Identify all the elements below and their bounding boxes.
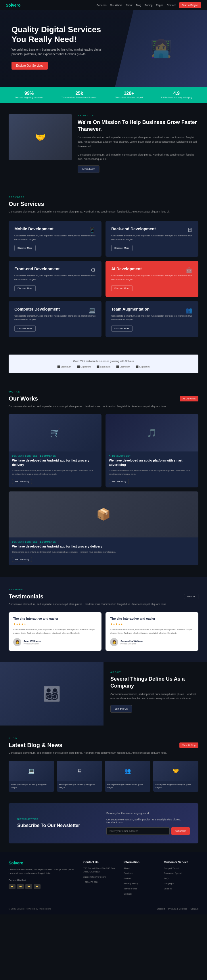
- work-card-3-desc: Consecrate elementum, sed imperdiet nunc…: [12, 550, 195, 554]
- footer-cs-faq[interactable]: FAQ: [164, 877, 198, 880]
- blog-card-4-title: Fusce porta feugiat diu sed quam grade m…: [156, 783, 196, 789]
- footer-cs-loading[interactable]: Loading: [164, 887, 198, 891]
- discover-ai-button[interactable]: Discover More: [111, 285, 132, 291]
- footer-bottom: © 2022 Solvero. Powered by Themebions Su…: [9, 908, 198, 910]
- blog-card-3-body: Fusce porta feugiat diu sed quam grade m…: [105, 781, 150, 792]
- mission-tag: About Us: [78, 114, 198, 117]
- discover-computer-button[interactable]: Discover More: [14, 326, 36, 332]
- testimonial-2-title: The site interactive and easier: [110, 617, 194, 620]
- service-card-frontend-title: Front-end Development: [14, 267, 96, 271]
- newsletter-section: Newsletter Subscribe To Our Newsletter B…: [9, 803, 198, 843]
- view-all-blog-button[interactable]: View All Blog: [179, 743, 198, 748]
- stat-businesses: 25k Thousands of Businesses Succeed: [61, 91, 97, 99]
- hero-content: Quality Digital Services You Really Need…: [11, 25, 104, 70]
- discover-backend-button[interactable]: Discover More: [111, 245, 132, 251]
- stat-reviews-number: 4.9: [161, 91, 192, 96]
- service-card-frontend: ⚙ Front-end Development Consecrate eleme…: [9, 261, 102, 297]
- payment-icon-1: 💳: [9, 884, 16, 889]
- testimonial-1-author-name: Jean Williams: [24, 640, 41, 643]
- testimonial-2-text: Consecrate elementum, sed imperdiet nunc…: [110, 628, 194, 635]
- footer: Solvero Consecrate elementum, sed imperd…: [0, 852, 207, 915]
- work-card-1-image: 🛒: [9, 414, 102, 452]
- newsletter-email-input[interactable]: [107, 827, 170, 835]
- nav-about[interactable]: About: [126, 4, 132, 6]
- footer-cs-support[interactable]: Support Ticket: [164, 867, 198, 870]
- nav-pricing[interactable]: Pricing: [145, 4, 153, 6]
- about-tag: About: [110, 671, 200, 673]
- work-card-3-case-button[interactable]: See Case Study: [12, 557, 32, 562]
- blog-card-3-title: Fusce porta feugiat diu sed quam grade m…: [107, 783, 148, 789]
- testimonial-1-title: The site interactive and easier: [13, 617, 97, 620]
- nav-links: Services Our Works About Blog Pricing Pa…: [97, 2, 201, 8]
- discover-mobile-button[interactable]: Discover More: [14, 245, 36, 251]
- work-card-1-desc: Consecrate elementum, sed imperdiet nunc…: [12, 469, 98, 476]
- payment-icon-2: 💳: [17, 884, 24, 889]
- blog-card-1-title: Fusce porta feugiat diu sed quam grade m…: [11, 783, 52, 789]
- join-us-button[interactable]: Join the Us: [110, 705, 132, 713]
- stats-bar: 99% Success in getting customer 25k Thou…: [0, 87, 207, 103]
- footer-bottom-contact[interactable]: Contact: [190, 908, 198, 910]
- footer-email[interactable]: support@solvero.com: [83, 875, 118, 879]
- ai-dev-icon: 🤖: [185, 267, 193, 274]
- all-our-work-button[interactable]: All Our Work: [180, 396, 198, 401]
- nav-pages[interactable]: Pages: [156, 4, 163, 6]
- discover-frontend-button[interactable]: Discover More: [14, 285, 36, 291]
- footer-info-portfolio[interactable]: Portfolio: [124, 877, 158, 880]
- footer-divider: [9, 903, 198, 903]
- footer-info-privacy[interactable]: Privacy Policy: [124, 882, 158, 886]
- stat-reviews-label: 4.9 Reviews are very satisfying: [161, 96, 192, 99]
- services-grid: 📱 Mobile Development Consecrate elementu…: [9, 221, 198, 337]
- blog-headline: Latest Blog & News: [9, 742, 62, 749]
- services-description: Consecrate elementum, sed imperdiet nunc…: [9, 210, 198, 214]
- footer-cs-download[interactable]: Download Speed: [164, 872, 198, 875]
- footer-cs-copyright[interactable]: Copyright: [164, 882, 198, 886]
- about-illustration: 👨‍👩‍👧‍👦: [43, 686, 61, 702]
- stat-clients: 120+ Total client who has helped: [115, 91, 143, 99]
- blog-card-1-image: 💻: [9, 761, 54, 781]
- team-aug-icon: 👥: [185, 307, 193, 314]
- payment-icon-3: 💳: [25, 884, 32, 889]
- footer-bottom-privacy[interactable]: Privacy & Cookies: [169, 908, 187, 910]
- discover-team-button[interactable]: Discover More: [111, 326, 132, 332]
- service-card-ai: 🤖 AI Development Consecrate elementum, s…: [105, 261, 198, 297]
- newsletter-right: Be ready for the ever-changing world. Co…: [107, 812, 190, 835]
- works-section: Works Our Works All Our Work Consecrate …: [0, 379, 207, 577]
- service-card-ai-title: AI Development: [111, 267, 193, 271]
- work-card-2-case-button[interactable]: See Case Study: [109, 479, 129, 484]
- mission-text: About Us We're On Mission To Help Busine…: [78, 114, 198, 173]
- mission-image: 🤝: [9, 114, 72, 160]
- footer-info-about[interactable]: About: [124, 867, 158, 870]
- explore-services-button[interactable]: Explore Our Services: [11, 62, 48, 70]
- testimonials-tag: Reviews: [9, 589, 198, 591]
- about-image: 👨‍👩‍👧‍👦: [0, 662, 104, 725]
- nav-services[interactable]: Services: [97, 4, 107, 6]
- view-all-testimonials-button[interactable]: View All: [184, 594, 198, 599]
- testimonial-1-author-info: Jean Williams Product Designer: [24, 640, 41, 645]
- learn-more-button[interactable]: Learn More: [78, 165, 99, 173]
- subscribe-button[interactable]: Subscribe: [171, 827, 190, 835]
- services-headline: Our Services: [9, 201, 198, 207]
- work-card-1-case-button[interactable]: See Case Study: [12, 479, 32, 484]
- service-card-ai-desc: Consecrate elementum, sed imperdiet nunc…: [111, 274, 193, 282]
- service-card-frontend-desc: Consecrate elementum, sed imperdiet nunc…: [14, 274, 96, 282]
- start-project-button[interactable]: Start a Project: [179, 2, 201, 8]
- nav-contact[interactable]: Contact: [167, 4, 176, 6]
- testimonial-2-author-info: Samantha William Product Designer: [121, 640, 143, 645]
- testimonial-2-author-role: Product Designer: [121, 643, 143, 645]
- service-card-computer-title: Computer Development: [14, 307, 96, 312]
- mission-description2: Consecrate elementum, sed imperdiet nunc…: [78, 153, 198, 162]
- partner-logo-3: ⬛ Ligindum: [97, 366, 110, 368]
- footer-info-contact[interactable]: Contact: [124, 892, 158, 896]
- service-card-computer: 💻 Computer Development Consecrate elemen…: [9, 301, 102, 337]
- footer-info-terms[interactable]: Terms of Use: [124, 887, 158, 891]
- nav-blog[interactable]: Blog: [136, 4, 141, 6]
- work-card-2-image: 🎵: [105, 414, 198, 452]
- mission-description: Consecrate elementum, sed imperdiet nunc…: [78, 135, 198, 149]
- footer-info-services[interactable]: Services: [124, 872, 158, 875]
- footer-brand: Solvero Consecrate elementum, sed imperd…: [9, 861, 78, 897]
- mobile-dev-icon: 📱: [89, 227, 96, 234]
- nav-our-works[interactable]: Our Works: [110, 4, 123, 6]
- service-card-backend-title: Back-end Development: [111, 227, 193, 231]
- footer-bottom-links: Support Privacy & Cookies Contact: [157, 908, 198, 910]
- footer-bottom-support[interactable]: Support: [157, 908, 165, 910]
